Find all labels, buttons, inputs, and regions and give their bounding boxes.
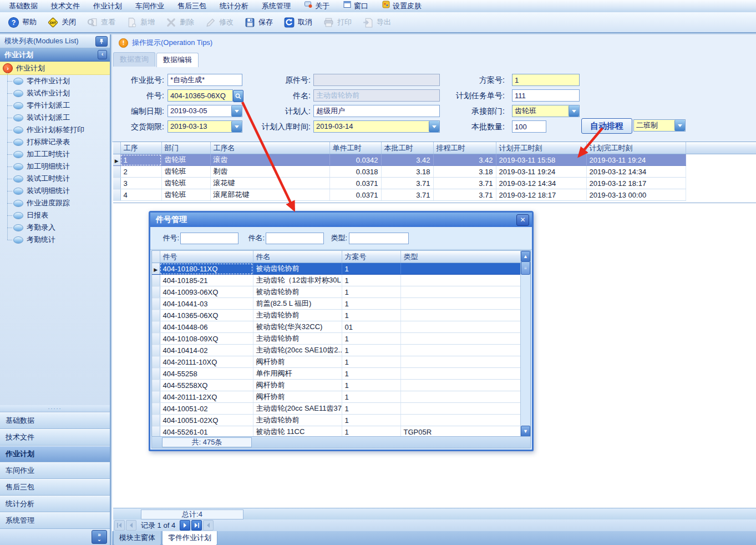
filter-part-name-input[interactable] [266,233,324,244]
col-header-process-name[interactable]: 工序名 [210,142,329,154]
add-button[interactable]: 新增 [120,14,160,30]
table-row[interactable]: 3 齿轮班 滚花键 0.0371 3.71 3.71 2019-03-12 14… [113,178,756,189]
sidebar-item[interactable]: 加工工时统计 [0,148,110,160]
sidebar-item[interactable]: 考勤录入 [0,221,110,234]
collapse-icon[interactable]: ‹ [98,50,107,59]
col-header-end-time[interactable]: 计划完工时刻 [586,142,686,154]
table-row[interactable]: 404-55258XQ 阀杆协前 1 [152,380,521,391]
table-row[interactable]: 404-55258 单作用阀杆 1 [152,368,521,380]
print-button[interactable]: 打印 [317,14,357,30]
chevron-down-icon[interactable] [231,105,242,117]
delete-button[interactable]: 删除 [160,14,199,30]
col-header-type[interactable]: 类型 [400,251,521,263]
table-row[interactable]: 2 齿轮班 剃齿 0.0318 3.18 3.18 2019-03-11 19:… [113,166,756,178]
sidebar-item[interactable]: 作业进度跟踪 [0,197,110,209]
orig-no-input[interactable] [313,74,440,86]
sidebar-item[interactable]: 零件计划派工 [0,99,110,112]
table-row[interactable]: 404-10108-09XQ 主动齿轮协前 1 [152,333,521,345]
part-no-input[interactable] [168,89,233,102]
sidebar-item[interactable]: 零件作业计划 [0,75,110,87]
plan-no-input[interactable] [512,74,580,86]
sidebar-item[interactable]: 装试计划派工 [0,112,110,124]
filter-part-no-input[interactable] [180,233,239,244]
col-header-part-no[interactable]: 件号 [160,251,253,263]
scroll-up-icon[interactable]: ▲ [521,251,530,262]
close-icon[interactable]: ✕ [516,214,529,226]
tab-data-query[interactable]: 数据查询 [113,52,155,67]
menu-item-window[interactable]: 窗口 [336,0,375,12]
col-header-process[interactable]: 工序 [120,142,161,154]
chevron-down-icon[interactable] [569,105,579,117]
sidebar-item[interactable]: 装试作业计划 [0,87,110,99]
table-row[interactable]: 404-10414-02 主动齿轮(20cc SAE10齿2... 1 [152,345,521,356]
tab-part-job-plan[interactable]: 零件作业计划 [162,531,217,545]
sidebar-item[interactable]: 加工明细统计 [0,160,110,173]
table-row[interactable]: ▶ 1 齿轮班 滚齿 0.0342 3.42 3.42 2019-03-11 1… [113,154,756,166]
menu-item-set-skin[interactable]: 设置皮肤 [375,0,428,12]
col-header-plan-no[interactable]: 方案号 [342,251,400,263]
sidebar-splitter[interactable]: ····· [0,405,110,412]
save-button[interactable]: 保存 [239,14,278,30]
chevron-down-icon[interactable]: »⌄ [92,530,107,544]
sidebar-nav-button[interactable]: 作业计划 [0,446,110,462]
table-row[interactable]: 404-10185-21 主动齿轮（12齿非对称30L） 1 [152,275,521,286]
col-header-batch-hours[interactable]: 本批工时 [381,142,433,154]
table-row[interactable]: 404-10365-06XQ 主动齿轮协前 1 [152,310,521,321]
export-button[interactable]: 导出 [357,14,396,30]
sidebar-item[interactable]: 日报表 [0,209,110,221]
menu-item-aftersales[interactable]: 售后三包 [171,0,213,12]
sidebar-item[interactable]: 作业计划标签打印 [0,124,110,136]
menu-item-about[interactable]: 关于 [297,0,336,12]
dialog-title-bar[interactable]: 件号管理 ✕ [150,213,532,227]
edit-button[interactable]: 修改 [199,14,239,30]
scroll-down-icon[interactable]: ▼ [521,426,530,437]
sidebar-nav-button[interactable]: 车间作业 [0,462,110,479]
prev-page-icon[interactable] [203,520,214,531]
tree-root-job-plan[interactable]: › 作业计划 [0,62,110,75]
table-row[interactable]: 404-10051-02 主动齿轮(20cc SAE11齿37) 1 [152,403,521,415]
col-header-dept[interactable]: 部门 [161,142,210,154]
sidebar-nav-button[interactable]: 售后三包 [0,479,110,496]
sidebar-item[interactable]: 装试明细统计 [0,185,110,197]
next-record-icon[interactable] [180,520,190,531]
sidebar-nav-button[interactable]: 统计分析 [0,496,110,512]
table-row[interactable]: 404-20111-12XQ 阀杆协前 1 [152,391,521,403]
section-header-job-plan[interactable]: 作业计划 ‹ [0,48,110,62]
sidebar-nav-button[interactable]: 技术文件 [0,429,110,446]
shift-select[interactable]: 二班制 [633,119,686,132]
cancel-button[interactable]: 取消 [278,14,317,30]
table-row[interactable]: ▶ 404-10180-11XQ 被动齿轮协前 1 [152,263,521,275]
auto-schedule-button[interactable]: 自动排程 [581,118,632,134]
chevron-down-icon[interactable] [674,120,685,131]
tab-data-edit[interactable]: 数据编辑 [156,53,199,67]
sidebar-item[interactable]: 装试工时统计 [0,173,110,185]
filter-type-input[interactable] [349,233,409,244]
prev-record-icon[interactable] [126,520,136,531]
table-row[interactable]: 404-20111-10XQ 阀杆协前 1 [152,356,521,368]
menu-item-tech-files[interactable]: 技术文件 [44,0,87,12]
sidebar-item[interactable]: 打标牌记录表 [0,136,110,148]
part-no-search-button[interactable] [233,90,243,102]
last-record-icon[interactable] [191,520,202,531]
table-row[interactable]: 404-10441-03 前盖(82.5 L 福田) 1 [152,298,521,310]
vertical-scrollbar[interactable]: ▲ ≡ ▼ [520,251,530,437]
dept-select[interactable]: 齿轮班 [512,105,580,117]
table-row[interactable]: 404-10093-06XQ 被动齿轮协前 1 [152,286,521,298]
task-no-input[interactable] [512,89,580,102]
planner-input[interactable] [313,105,440,117]
scrollbar-thumb[interactable]: ≡ [521,261,530,275]
table-row[interactable]: 404-10051-02XQ 主动齿轮协前 1 [152,415,521,426]
chevron-down-icon[interactable] [231,121,242,132]
make-date-picker[interactable]: 2019-03-05 [168,105,242,117]
close-button[interactable]: EXIT 关闭 [42,14,81,30]
part-name-input[interactable] [313,89,440,102]
sidebar-nav-button[interactable]: 基础数据 [0,412,110,429]
col-header-sched-hours[interactable]: 排程工时 [433,142,496,154]
pin-button[interactable] [95,36,108,47]
col-header-part-name[interactable]: 件名 [253,251,342,263]
table-row[interactable]: 4 齿轮班 滚尾部花键 0.0371 3.71 3.71 2019-03-12 … [113,189,756,201]
tab-main-window[interactable]: 模块主窗体 [113,531,161,545]
sidebar-nav-button[interactable]: 系统管理 [0,512,110,529]
view-button[interactable]: 查看 [81,14,120,30]
menu-item-job-plan[interactable]: 作业计划 [87,0,129,12]
